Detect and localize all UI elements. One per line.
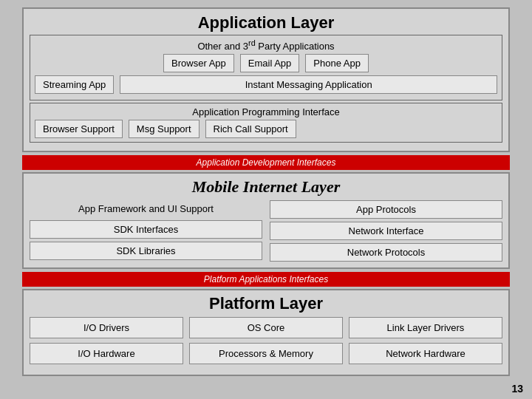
sdk-libraries-box: SDK Libraries: [30, 242, 262, 260]
api-row: Browser Support Msg Support Rich Call Su…: [35, 120, 497, 138]
browser-support-box: Browser Support: [35, 120, 123, 138]
api-title: Application Programming Interface: [35, 106, 497, 117]
mil-title: Mobile Internet Layer: [30, 177, 502, 197]
io-hardware-box: I/O Hardware: [30, 343, 183, 364]
api-box: Application Programming Interface Browse…: [30, 103, 502, 143]
platform-row-1: I/O Drivers OS Core Link Layer Drivers: [30, 317, 502, 338]
platform-layer: Platform Layer I/O Drivers OS Core Link …: [22, 289, 510, 376]
app-dev-divider: Application Development Interfaces: [22, 155, 510, 170]
network-protocols-box: Network Protocols: [270, 243, 502, 262]
mil-content: App Framework and UI Support SDK Interfa…: [30, 200, 502, 262]
platform-app-divider: Platform Applications Interfaces: [22, 272, 510, 287]
processors-memory-box: Processors & Memory: [189, 343, 343, 364]
mil-right: App Protocols Network Interface Network …: [270, 200, 502, 262]
mil-framework-box: App Framework and UI Support: [30, 200, 262, 217]
instant-msg-box: Instant Messaging Application: [120, 75, 497, 94]
network-interface-box: Network Interface: [270, 222, 502, 240]
rich-call-support-box: Rich Call Support: [205, 120, 296, 138]
page-number: 13: [511, 383, 523, 395]
link-layer-drivers-box: Link Layer Drivers: [349, 317, 502, 338]
app-protocols-box: App Protocols: [270, 200, 502, 219]
network-hardware-box: Network Hardware: [349, 343, 502, 364]
phone-app-box: Phone App: [305, 54, 369, 72]
platform-row-2: I/O Hardware Processors & Memory Network…: [30, 343, 502, 364]
app-layer-title: Application Layer: [30, 13, 502, 33]
mil-left: App Framework and UI Support SDK Interfa…: [30, 200, 262, 262]
io-drivers-box: I/O Drivers: [30, 317, 183, 338]
platform-layer-title: Platform Layer: [30, 294, 502, 313]
os-core-box: OS Core: [189, 317, 343, 338]
streaming-app-box: Streaming App: [35, 75, 114, 94]
app-layer: Application Layer Other and 3rd Party Ap…: [22, 7, 510, 152]
slide: Application Layer Other and 3rd Party Ap…: [0, 0, 532, 399]
msg-support-box: Msg Support: [129, 120, 200, 138]
other-party-title: Other and 3rd Party Applications: [35, 38, 497, 52]
browser-app-box: Browser App: [163, 54, 234, 72]
mil-layer: Mobile Internet Layer App Framework and …: [22, 172, 510, 269]
other-party-row: Browser App Email App Phone App: [35, 54, 497, 72]
other-party-box: Other and 3rd Party Applications Browser…: [30, 35, 502, 100]
email-app-box: Email App: [240, 54, 300, 72]
sdk-interfaces-box: SDK Interfaces: [30, 220, 262, 239]
streaming-row: Streaming App Instant Messaging Applicat…: [35, 75, 497, 94]
